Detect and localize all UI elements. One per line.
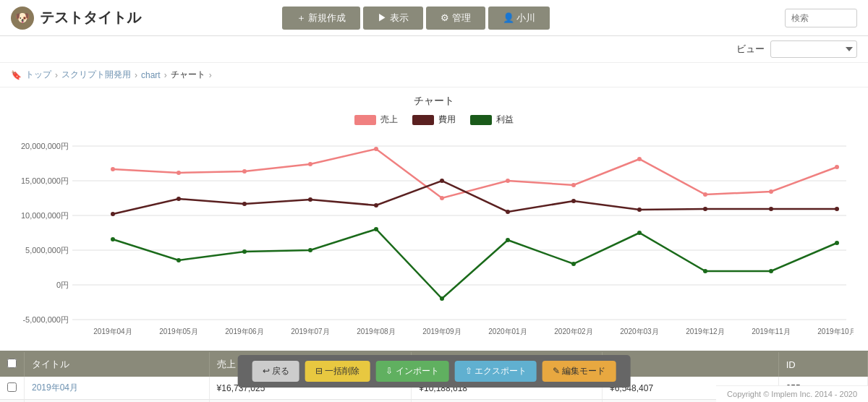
svg-text:2019年07月: 2019年07月 [291, 328, 329, 335]
legend-profit: 利益 [470, 114, 514, 126]
svg-text:20,000,000円: 20,000,000円 [21, 142, 69, 150]
svg-point-48 [111, 237, 115, 241]
copyright-text: Copyright © Implem Inc. 2014 - 2020 [727, 390, 857, 398]
svg-point-32 [637, 157, 642, 161]
legend-profit-label: 利益 [496, 114, 514, 126]
svg-text:2020年02月: 2020年02月 [554, 328, 592, 335]
svg-point-41 [440, 179, 444, 183]
view-dropdown[interactable] [770, 40, 857, 58]
th-title: タイトル [25, 352, 210, 377]
legend-sales-color [354, 115, 376, 125]
svg-text:2019年06月: 2019年06月 [225, 328, 263, 335]
svg-text:2020年03月: 2020年03月 [620, 328, 658, 335]
svg-point-52 [374, 227, 378, 231]
breadcrumb-top[interactable]: トップ [25, 69, 51, 81]
cost-line [113, 181, 837, 214]
breadcrumb-sep-2: › [135, 70, 137, 80]
svg-text:2019年12月: 2019年12月 [686, 328, 724, 335]
breadcrumb-script[interactable]: スクリプト開発用 [61, 69, 131, 81]
svg-point-29 [440, 196, 444, 200]
bulk-delete-button[interactable]: ⊟ 一括削除 [305, 361, 370, 382]
breadcrumb-chart-en[interactable]: chart [141, 70, 161, 80]
th-id: ID [778, 352, 867, 377]
svg-point-44 [637, 208, 642, 212]
profit-line [113, 229, 837, 299]
svg-text:10,000,000円: 10,000,000円 [21, 211, 69, 220]
th-checkbox [0, 352, 25, 377]
svg-point-51 [308, 248, 312, 252]
row-checkbox-0[interactable] [7, 382, 17, 392]
select-all-checkbox[interactable] [7, 359, 17, 368]
svg-point-49 [176, 258, 181, 262]
svg-point-28 [374, 147, 378, 151]
chart-title: チャート [14, 95, 854, 108]
view-selector-bar: ビュー [0, 36, 868, 63]
edit-mode-button[interactable]: ✎ 編集モード [542, 361, 616, 382]
nav-create[interactable]: ＋ 新規作成 [282, 7, 361, 30]
svg-text:2020年01月: 2020年01月 [488, 328, 527, 335]
svg-point-53 [440, 296, 444, 301]
svg-point-45 [703, 207, 707, 211]
import-button[interactable]: ⇩ インポート [375, 361, 448, 382]
breadcrumb: 🔖 トップ › スクリプト開発用 › chart › チャート › [0, 63, 868, 87]
svg-point-24 [111, 167, 115, 171]
svg-point-34 [769, 189, 773, 194]
svg-text:2019年09月: 2019年09月 [422, 328, 461, 335]
chart-container: チャート 売上 費用 利益 20,000,000円 15,000,000円 10… [0, 87, 868, 351]
svg-point-37 [176, 197, 181, 201]
svg-point-59 [835, 241, 839, 245]
row-checkbox-cell [0, 377, 25, 400]
svg-text:2019年10月: 2019年10月 [817, 328, 854, 335]
legend-profit-color [470, 115, 492, 125]
export-button[interactable]: ⇧ エクスポート [455, 361, 537, 382]
svg-point-33 [703, 192, 707, 197]
breadcrumb-sep-4: › [209, 70, 212, 80]
svg-point-36 [111, 212, 115, 216]
svg-point-31 [571, 183, 576, 187]
svg-text:2019年05月: 2019年05月 [159, 328, 197, 335]
header-right [676, 9, 857, 27]
svg-point-35 [835, 165, 839, 169]
back-button[interactable]: ↩ 戻る [252, 361, 299, 382]
breadcrumb-icon: 🔖 [11, 70, 22, 80]
svg-point-46 [769, 207, 773, 211]
legend-sales: 売上 [354, 114, 398, 126]
legend-cost: 費用 [412, 114, 456, 126]
svg-text:5,000,000円: 5,000,000円 [25, 246, 69, 255]
svg-point-55 [571, 262, 576, 266]
row-title-0: 2019年04月 [25, 377, 210, 400]
svg-text:0円: 0円 [56, 281, 69, 289]
svg-point-38 [242, 202, 247, 206]
nav-manage[interactable]: ⚙ 管理 [426, 7, 485, 30]
svg-text:15,000,000円: 15,000,000円 [21, 176, 69, 185]
svg-point-27 [308, 162, 312, 166]
svg-point-54 [506, 238, 510, 242]
action-bar: ↩ 戻る ⊟ 一括削除 ⇩ インポート ⇧ エクスポート ✎ 編集モード [238, 355, 631, 388]
row-checkbox-cell [0, 400, 25, 403]
svg-point-57 [703, 269, 707, 273]
nav-menu: ＋ 新規作成 ▶ 表示 ⚙ 管理 👤 小川 [156, 7, 676, 30]
search-input[interactable] [785, 9, 857, 27]
logo-icon: 🐶 [11, 7, 34, 30]
breadcrumb-chart-jp: チャート [171, 69, 205, 81]
nav-user[interactable]: 👤 小川 [488, 7, 550, 30]
row-sales-1: ¥16,069,797 [209, 400, 412, 403]
breadcrumb-sep-1: › [55, 70, 58, 80]
view-label: ビュー [736, 43, 765, 56]
svg-point-25 [176, 171, 181, 175]
legend-cost-color [412, 115, 434, 125]
svg-text:2019年08月: 2019年08月 [357, 328, 395, 335]
line-chart: 20,000,000円 15,000,000円 10,000,000円 5,00… [14, 132, 854, 341]
svg-point-42 [506, 210, 510, 214]
row-title-1: 2019年05月 [25, 400, 210, 403]
nav-view[interactable]: ▶ 表示 [363, 7, 423, 30]
breadcrumb-sep-3: › [164, 70, 167, 80]
svg-point-43 [571, 199, 576, 203]
svg-point-26 [242, 169, 247, 174]
app-title: テストタイトル [40, 8, 141, 27]
svg-point-50 [242, 249, 247, 254]
row-title-link-0[interactable]: 2019年04月 [32, 382, 78, 393]
chart-legend: 売上 費用 利益 [14, 114, 854, 126]
sales-line [113, 149, 837, 198]
svg-point-30 [506, 179, 510, 183]
